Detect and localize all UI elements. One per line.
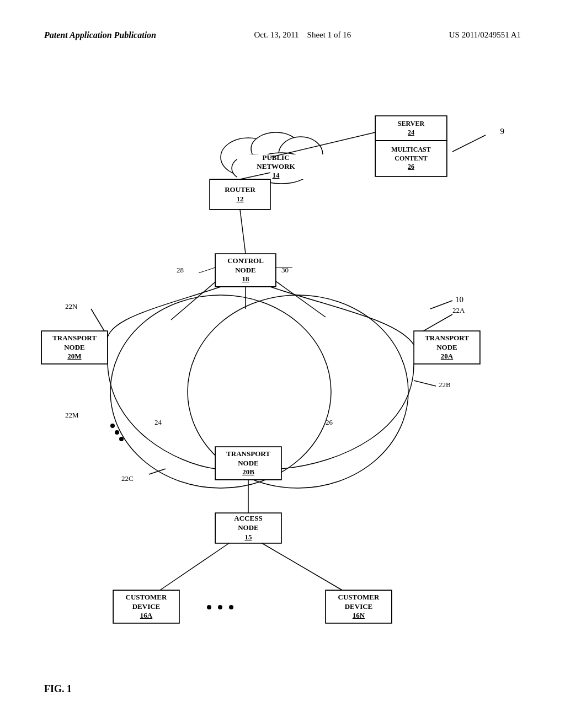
customer-16a-box: CUSTOMERDEVICE 16A (113, 590, 179, 623)
transport-20a-num: 20A (441, 352, 453, 360)
router-to-control-line (240, 210, 246, 254)
transport-20m-num: 20M (67, 352, 81, 360)
ref-10-label: 10 (455, 295, 463, 304)
transport-20a-box: TRANSPORTNODE 20A (414, 331, 480, 364)
ring-26-label: 26 (326, 418, 333, 427)
dot-22m-2 (115, 430, 119, 435)
ref-28-label: 28 (177, 266, 184, 275)
public-network-label: PUBLIC NETWORK 14 (243, 153, 309, 180)
ref28-line (199, 267, 215, 273)
date-sheet-label: Oct. 13, 2011 Sheet 1 of 16 (254, 30, 351, 40)
control-label: CONTROLNODE (227, 256, 264, 275)
access-label: ACCESSNODE (234, 514, 262, 533)
22c-line (149, 469, 166, 474)
control-node-box: CONTROLNODE 18 (215, 254, 276, 287)
access-to-16a-line (160, 543, 229, 590)
publication-label: Patent Application Publication (44, 30, 156, 40)
figure-label: FIG. 1 (44, 683, 72, 695)
dot-mid-3 (229, 605, 233, 609)
server-box: SERVER 24 (375, 116, 447, 141)
transport-20m-box: TRANSPORTNODE 20M (41, 331, 108, 364)
ref-9-label: 9 (500, 127, 505, 136)
diagram-area: 9 SERVER 24 MULTICASTCONTENT 26 PUBLIC N… (0, 72, 565, 728)
customer-16n-label: CUSTOMERDEVICE (338, 593, 380, 612)
ring-24-label: 24 (154, 418, 162, 427)
dot-22m-3 (119, 437, 124, 441)
server-label: SERVER (398, 120, 424, 129)
multicast-label: MULTICASTCONTENT (391, 146, 431, 163)
access-node-box: ACCESSNODE 15 (215, 513, 281, 543)
transport-20b-box: TRANSPORTNODE 20B (215, 447, 281, 480)
ref-22m-label: 22M (65, 411, 79, 420)
router-num: 12 (237, 195, 244, 203)
ref-22n-label: 22N (65, 302, 77, 311)
server-num: 24 (408, 129, 414, 136)
customer-16n-num: 16N (353, 611, 365, 619)
ref9-arrow-line (452, 135, 486, 152)
control-to-20m-left (107, 287, 221, 347)
transport-20b-num: 20B (242, 468, 254, 476)
multicast-box: MULTICASTCONTENT 26 (375, 141, 447, 176)
transport-20m-label: TRANSPORTNODE (52, 334, 97, 352)
20a-to-20b-path (281, 364, 414, 469)
22b-line (414, 381, 436, 386)
transport-20a-label: TRANSPORTNODE (425, 334, 469, 352)
control-to-20a-right (270, 287, 414, 345)
patent-number-label: US 2011/0249551 A1 (449, 30, 521, 40)
transport-20b-label: TRANSPORTNODE (226, 449, 270, 468)
ref-22c-label: 22C (121, 474, 134, 483)
router-label: ROUTER (225, 185, 255, 195)
access-to-16n-line (262, 543, 342, 590)
customer-16n-box: CUSTOMERDEVICE 16N (326, 590, 392, 623)
ref-30-label: 30 (281, 266, 289, 275)
20m-to-20b-path (108, 364, 215, 469)
customer-16a-num: 16A (140, 611, 152, 619)
ref-22a-label: 22A (452, 306, 465, 315)
ref10-arrow-line (430, 301, 452, 309)
customer-16a-label: CUSTOMERDEVICE (126, 593, 167, 612)
dot-22m-1 (110, 424, 115, 428)
dot-mid-2 (218, 605, 222, 609)
router-box: ROUTER 12 (210, 179, 270, 210)
ref-22b-label: 22B (439, 381, 451, 389)
control-num: 18 (242, 275, 249, 283)
access-num: 15 (244, 533, 252, 541)
page-header: Patent Application Publication Oct. 13, … (0, 30, 565, 40)
dot-mid-1 (207, 605, 211, 609)
multicast-num: 26 (408, 163, 414, 170)
